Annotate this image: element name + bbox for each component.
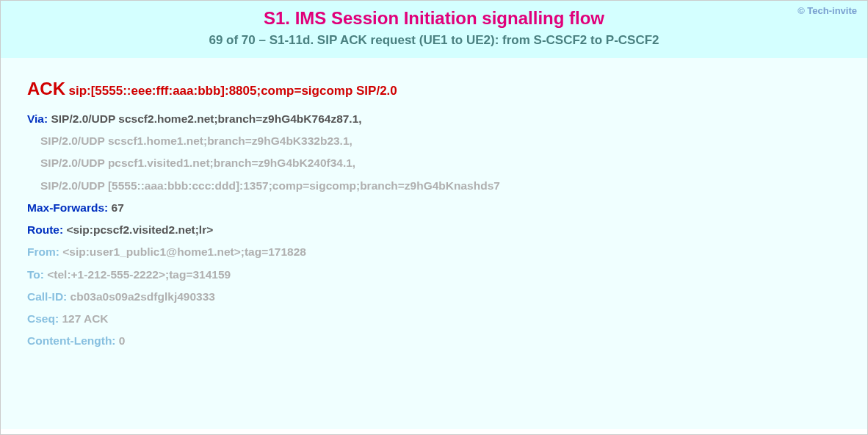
clen-name: Content-Length: [27,334,116,347]
via-header-value: SIP/2.0/UDP scscf2.home2.net;branch=z9hG… [51,112,361,125]
from-name: From: [27,245,59,258]
via-continuation: SIP/2.0/UDP [5555::aaa:bbb:ccc:ddd]:1357… [27,175,841,197]
route-value: <sip:pcscf2.visited2.net;lr> [66,223,213,236]
callid-value: cb03a0s09a2sdfglkj490333 [70,290,215,303]
max-forwards-header: Max-Forwards: 67 [27,197,841,219]
route-header: Route: <sip:pcscf2.visited2.net;lr> [27,219,841,241]
copyright-notice: © Tech-invite [798,5,857,16]
callid-name: Call-ID: [27,290,67,303]
content-length-header: Content-Length: 0 [27,330,841,352]
request-line: ACK sip:[5555::eee:fff:aaa:bbb]:8805;com… [27,79,841,99]
page-subtitle: 69 of 70 – S1-11d. SIP ACK request (UE1 … [15,33,853,48]
sip-request-uri: sip:[5555::eee:fff:aaa:bbb]:8805;comp=si… [68,84,397,98]
route-name: Route: [27,223,63,236]
via-continuation: SIP/2.0/UDP scscf1.home1.net;branch=z9hG… [27,130,841,152]
header-bar: © Tech-invite S1. IMS Session Initiation… [1,1,867,58]
maxforwards-name: Max-Forwards: [27,201,108,214]
page-title: S1. IMS Session Initiation signalling fl… [15,8,853,29]
cseq-name: Cseq: [27,312,59,325]
via-continuation: SIP/2.0/UDP pcscf1.visited1.net;branch=z… [27,152,841,174]
from-value: <sip:user1_public1@home1.net>;tag=171828 [62,245,306,258]
document-frame: © Tech-invite S1. IMS Session Initiation… [0,0,868,435]
from-header: From: <sip:user1_public1@home1.net>;tag=… [27,241,841,263]
clen-value: 0 [119,334,126,347]
via-header: Via: SIP/2.0/UDP scscf2.home2.net;branch… [27,108,841,130]
via-cont-3: SIP/2.0/UDP [5555::aaa:bbb:ccc:ddd]:1357… [40,175,500,197]
sip-message-body: ACK sip:[5555::eee:fff:aaa:bbb]:8805;com… [1,58,867,429]
sip-method: ACK [27,79,65,98]
via-cont-2: SIP/2.0/UDP pcscf1.visited1.net;branch=z… [40,152,355,174]
to-value: <tel:+1-212-555-2222>;tag=314159 [47,268,231,281]
via-cont-1: SIP/2.0/UDP scscf1.home1.net;branch=z9hG… [40,130,352,152]
via-header-name: Via: [27,112,48,125]
to-name: To: [27,268,44,281]
cseq-value: 127 ACK [62,312,108,325]
to-header: To: <tel:+1-212-555-2222>;tag=314159 [27,264,841,286]
cseq-header: Cseq: 127 ACK [27,308,841,330]
callid-header: Call-ID: cb03a0s09a2sdfglkj490333 [27,286,841,308]
maxforwards-value: 67 [112,201,124,214]
